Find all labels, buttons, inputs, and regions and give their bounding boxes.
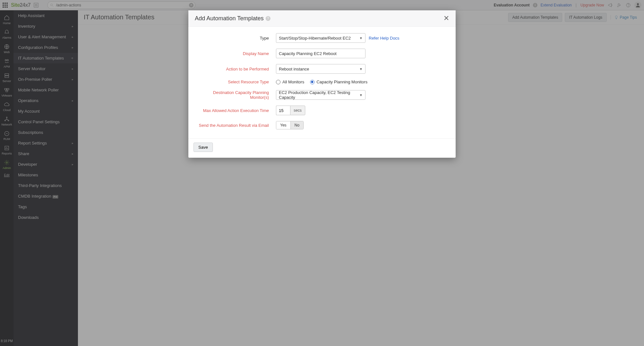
destination-control: EC2 Production Capacity, EC2 Testing Cap…: [276, 90, 365, 100]
field-destination-row: Destination Capacity Planning Monitor(s)…: [195, 90, 449, 100]
max-time-label: Max Allowed Action Execution Time: [195, 108, 276, 113]
email-no-button[interactable]: No: [290, 121, 303, 129]
modal-title: Add Automation Templates ?: [195, 15, 270, 22]
radio-icon: [310, 80, 315, 84]
action-select[interactable]: Reboot instance ▼: [276, 64, 365, 74]
refer-help-docs-link[interactable]: Refer Help Docs: [369, 36, 399, 41]
add-automation-template-modal: Add Automation Templates ? ✕ Type Start/…: [188, 10, 456, 158]
display-name-input[interactable]: [276, 49, 365, 58]
close-icon[interactable]: ✕: [443, 15, 449, 22]
radio-capacity-planning-monitors[interactable]: Capacity Planning Monitors: [310, 79, 367, 84]
modal-overlay: Add Automation Templates ? ✕ Type Start/…: [0, 0, 644, 346]
type-select-value: Start/Stop/Stop-Hibernate/Reboot EC2: [279, 36, 351, 41]
field-action-row: Action to be Performed Reboot instance ▼: [195, 64, 449, 74]
type-label: Type: [195, 36, 276, 41]
destination-label: Destination Capacity Planning Monitor(s): [195, 90, 276, 100]
field-display-name-row: Display Name: [195, 49, 449, 58]
destination-select-value: EC2 Production Capacity, EC2 Testing Cap…: [279, 90, 359, 100]
type-select[interactable]: Start/Stop/Stop-Hibernate/Reboot EC2 ▼: [276, 33, 365, 43]
chevron-down-icon: ▼: [359, 93, 363, 97]
action-label: Action to be Performed: [195, 67, 276, 71]
max-time-input[interactable]: [276, 106, 290, 115]
chevron-down-icon: ▼: [359, 67, 363, 71]
resource-type-radios: All Monitors Capacity Planning Monitors: [276, 79, 367, 84]
radio-all-monitors[interactable]: All Monitors: [276, 79, 304, 84]
modal-header: Add Automation Templates ? ✕: [188, 10, 456, 27]
modal-body: Type Start/Stop/Stop-Hibernate/Reboot EC…: [188, 27, 456, 138]
action-select-value: Reboot instance: [279, 67, 309, 71]
max-time-unit: secs: [290, 106, 305, 115]
display-name-control: [276, 49, 365, 58]
field-email-result-row: Send the Automation Result via Email Yes…: [195, 121, 449, 129]
resource-type-label: Select Resource Type: [195, 79, 276, 84]
chevron-down-icon: ▼: [359, 36, 363, 40]
email-yes-button[interactable]: Yes: [276, 121, 290, 129]
email-result-toggle: Yes No: [276, 121, 304, 129]
modal-title-text: Add Automation Templates: [195, 15, 264, 22]
field-type-row: Type Start/Stop/Stop-Hibernate/Reboot EC…: [195, 33, 449, 43]
action-control: Reboot instance ▼: [276, 64, 365, 74]
email-result-label: Send the Automation Result via Email: [195, 123, 276, 128]
field-resource-type-row: Select Resource Type All Monitors Capaci…: [195, 79, 449, 84]
radio-icon: [276, 80, 280, 84]
field-max-time-row: Max Allowed Action Execution Time secs: [195, 106, 449, 115]
radio-all-monitors-label: All Monitors: [282, 79, 304, 84]
save-button[interactable]: Save: [194, 143, 213, 152]
display-name-label: Display Name: [195, 51, 276, 56]
help-icon[interactable]: ?: [266, 16, 270, 21]
destination-select[interactable]: EC2 Production Capacity, EC2 Testing Cap…: [276, 90, 365, 100]
modal-footer: Save: [188, 138, 456, 158]
max-time-control: secs: [276, 106, 305, 115]
type-control: Start/Stop/Stop-Hibernate/Reboot EC2 ▼: [276, 33, 365, 43]
radio-capacity-label: Capacity Planning Monitors: [317, 79, 367, 84]
